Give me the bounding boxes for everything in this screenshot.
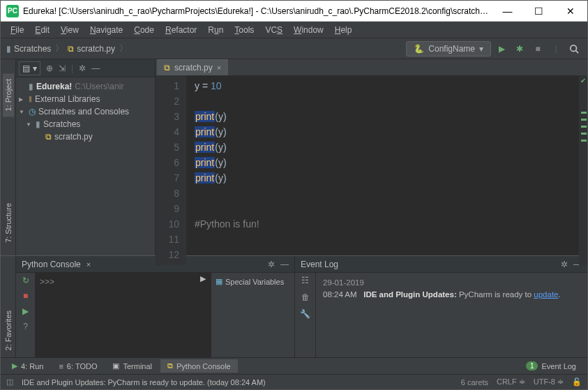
status-message: IDE and Plugin Updates: PyCharm is ready…: [22, 378, 266, 387]
breadcrumb-folder-label: Scratches: [14, 44, 51, 54]
tree-root-label: Edureka!: [36, 82, 72, 91]
code-print: print: [195, 126, 215, 137]
code-var: y: [195, 80, 199, 91]
close-icon[interactable]: ×: [86, 260, 91, 269]
tree-root[interactable]: ▮ Edureka! C:\Users\anir: [16, 80, 155, 93]
event-head: IDE and Plugin Updates:: [363, 290, 457, 299]
line-number: 11: [158, 232, 179, 247]
minimize-button[interactable]: —: [492, 1, 523, 21]
menu-refactor[interactable]: Refactor: [160, 24, 202, 36]
tree-scratches-folder[interactable]: ▼▮ Scratches: [16, 118, 155, 130]
change-mark[interactable]: [581, 133, 587, 135]
collapse-icon[interactable]: ⇲: [59, 63, 66, 73]
lock-icon[interactable]: 🔓: [572, 377, 582, 387]
hide-icon[interactable]: —: [91, 63, 100, 73]
python-icon: 🐍: [414, 44, 424, 54]
tree-scratches-label: Scratches: [43, 119, 80, 129]
line-number: 2: [158, 93, 179, 109]
clear-icon[interactable]: 🗑: [301, 292, 310, 302]
tree-sc-label: Scratches and Consoles: [38, 107, 129, 117]
menu-code[interactable]: Code: [128, 24, 160, 36]
project-tool-tab[interactable]: 1: Project: [3, 73, 14, 117]
close-button[interactable]: ✕: [555, 1, 586, 21]
code-op: =: [199, 80, 211, 91]
structure-tool-tab[interactable]: 7: Structure: [3, 197, 14, 248]
menu-navigate[interactable]: Navigate: [84, 24, 128, 36]
menu-tools[interactable]: Tools: [229, 24, 259, 36]
bottom-tab-console[interactable]: ⧉Python Console: [160, 359, 238, 373]
tree-file-scratch[interactable]: ⧉ scratch.py: [16, 130, 155, 143]
line-number: 8: [158, 186, 179, 201]
divider: |: [548, 41, 564, 57]
execute-icon[interactable]: ▶: [22, 306, 29, 316]
line-number: 10: [158, 216, 179, 232]
folder-icon: ▮: [29, 82, 33, 91]
breadcrumb-file[interactable]: ⧉ scratch.py: [68, 44, 115, 54]
editor-tabs: ⧉ scratch.py ×: [156, 59, 587, 75]
console-prompt: >>>: [40, 277, 54, 287]
change-mark[interactable]: [581, 112, 587, 114]
maximize-button[interactable]: ☐: [523, 1, 555, 21]
code-print: print: [195, 142, 215, 153]
bottom-tab-todo[interactable]: ≡6: TODO: [52, 360, 104, 373]
search-everywhere-button[interactable]: [566, 41, 582, 57]
change-mark[interactable]: [581, 140, 587, 142]
change-mark[interactable]: [581, 126, 587, 128]
code-content[interactable]: y = 10 print(y)print(y)print(y)print(y)p…: [186, 75, 579, 265]
gear-icon[interactable]: ✲: [79, 63, 86, 73]
event-log-content: 29-01-2019 08:24 AM IDE and Plugin Updat…: [316, 273, 587, 357]
stop-button[interactable]: ■: [530, 41, 545, 57]
tree-external-libs[interactable]: ▶⦀ External Libraries: [16, 93, 155, 105]
breadcrumb-folder[interactable]: ▮ Scratches: [6, 44, 51, 54]
special-variables-row[interactable]: ▶ ▦ Special Variables: [214, 276, 292, 287]
tree-scratches-consoles[interactable]: ▼◷ Scratches and Consoles: [16, 105, 155, 118]
code-arg: (y): [215, 172, 226, 183]
event-time: 08:24 AM: [323, 290, 357, 299]
editor-tab-scratch[interactable]: ⧉ scratch.py ×: [157, 59, 228, 75]
change-mark[interactable]: [581, 119, 587, 121]
code-editor[interactable]: 1 2 3 4 5 6 7 8 9 10 11 12 y = 10 print(…: [156, 75, 587, 265]
line-number: 7: [158, 170, 179, 186]
menu-edit[interactable]: Edit: [29, 24, 55, 36]
project-panel: ▤ ▾ ⊕ ⇲ | ✲ — ▮ Edureka! C:\Users\anir ▶…: [16, 59, 156, 255]
help-icon[interactable]: ?: [23, 322, 28, 331]
status-bar: ◫ IDE and Plugin Updates: PyCharm is rea…: [1, 374, 587, 389]
event-body: PyCharm is ready to: [459, 290, 534, 299]
bottom-tab-eventlog[interactable]: 1 Event Log: [519, 359, 583, 373]
line-number: 4: [158, 124, 179, 140]
error-stripe[interactable]: ✔: [579, 75, 587, 265]
close-tab-icon[interactable]: ×: [217, 63, 221, 72]
menu-window[interactable]: Window: [288, 24, 329, 36]
python-file-icon: ⧉: [164, 63, 170, 73]
project-view-selector[interactable]: ▤ ▾: [19, 61, 40, 75]
run-config-selector[interactable]: 🐍 ConfigName ▾: [406, 41, 491, 57]
stop-icon[interactable]: ■: [23, 291, 28, 301]
rerun-icon[interactable]: ↻: [22, 276, 29, 285]
menu-help[interactable]: Help: [329, 24, 358, 36]
menu-view[interactable]: View: [55, 24, 84, 36]
menu-file[interactable]: File: [5, 24, 29, 36]
debug-button[interactable]: ✱: [512, 41, 527, 57]
menu-vcs[interactable]: VCS: [259, 24, 288, 36]
menu-run[interactable]: Run: [202, 24, 229, 36]
filter-icon[interactable]: ☷: [301, 276, 309, 285]
window-titlebar: PC Edureka! [C:\Users\anirudh_c_rao\Pych…: [1, 1, 587, 22]
update-link[interactable]: update: [534, 290, 558, 299]
line-gutter: 1 2 3 4 5 6 7 8 9 10 11 12: [156, 75, 186, 265]
navigation-bar: ▮ Scratches 〉 ⧉ scratch.py 〉 🐍 ConfigNam…: [1, 38, 587, 59]
console-side-toolbar: ↻ ■ ▶ ?: [16, 273, 36, 357]
code-arg: (y): [215, 142, 226, 153]
variables-icon: ▦: [216, 277, 223, 286]
bottom-tab-terminal[interactable]: ▣Terminal: [105, 359, 159, 373]
bottom-tab-run[interactable]: ▶4: Run: [5, 359, 50, 373]
settings-icon[interactable]: 🔧: [300, 309, 310, 319]
line-sep-status[interactable]: CRLF ≑: [497, 377, 525, 387]
favorites-tool-tab[interactable]: 2: Favorites: [3, 306, 14, 354]
editor-tab-label: scratch.py: [174, 63, 213, 73]
run-button[interactable]: ▶: [494, 41, 509, 57]
caret-status[interactable]: 6 carets: [461, 378, 488, 387]
locate-icon[interactable]: ⊕: [46, 63, 53, 73]
encoding-status[interactable]: UTF-8 ≑: [534, 377, 564, 387]
console-output[interactable]: >>>: [36, 273, 211, 357]
tool-window-toggle-icon[interactable]: ◫: [6, 377, 13, 387]
